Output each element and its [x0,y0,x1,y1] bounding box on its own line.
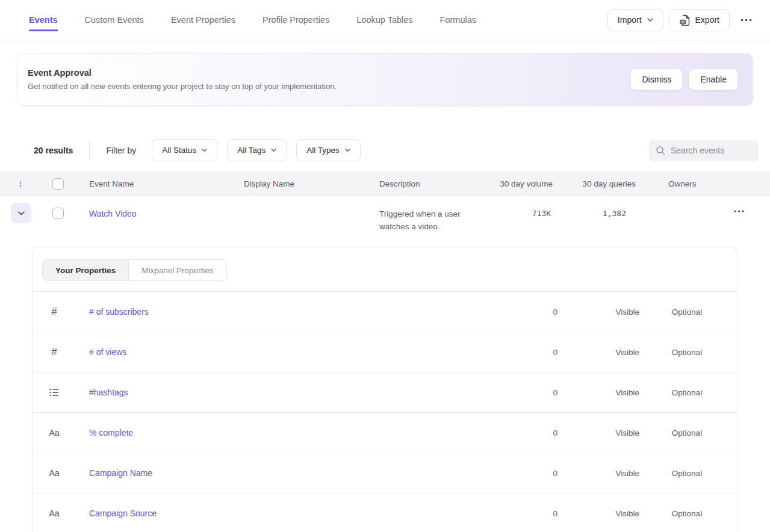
event-description: Triggered when a user watches a video. [379,208,494,233]
property-row: #hashtags 0 Visible Optional [33,373,737,413]
lexicon-tabs: Events Custom Events Event Properties Pr… [29,0,476,40]
column-owners: Owners [638,179,716,188]
property-name-link[interactable]: Campaign Name [75,468,479,478]
select-all-checkbox[interactable] [52,178,64,190]
tab-your-properties[interactable]: Your Properties [43,260,128,280]
search-box [649,140,759,161]
import-button[interactable]: Import [607,9,663,31]
property-row: # # of views 0 Visible Optional [33,332,737,373]
property-queries: 0 [479,388,557,397]
tags-filter-label: All Tags [237,146,265,155]
event-approval-banner: Event Approval Get notified on all new e… [17,53,753,106]
ellipsis-icon [734,210,744,212]
search-input[interactable] [671,146,752,155]
types-filter-label: All Types [306,146,340,155]
chevron-down-icon [345,149,350,152]
nav-actions: Import csv Export [607,9,757,31]
tab-profile-properties[interactable]: Profile Properties [262,0,329,40]
dismiss-button[interactable]: Dismiss [630,69,683,90]
enable-button[interactable]: Enable [689,69,738,90]
event-properties-panel: Your Properties Mixpanel Properties # # … [33,247,737,532]
chevron-down-icon [18,211,25,215]
text-icon: Aa [49,428,59,438]
property-requirement: Optional [642,509,732,518]
properties-segmented-control: Your Properties Mixpanel Properties [42,259,227,281]
property-queries: 0 [479,348,557,357]
tab-custom-events[interactable]: Custom Events [85,0,144,40]
property-queries: 0 [479,469,557,478]
number-icon: # [51,306,57,318]
text-icon: Aa [49,509,59,518]
property-name-link[interactable]: Campaign Source [75,509,479,518]
chevron-down-icon [271,149,276,152]
tab-formulas[interactable]: Formulas [440,0,476,40]
property-row: Aa Campaign Source 0 Visible Optional [33,493,737,532]
chevron-down-icon [202,149,207,152]
property-name-link[interactable]: % complete [75,428,479,438]
column-display-name: Display Name [244,179,379,188]
svg-text:csv: csv [680,20,685,23]
property-name-link[interactable]: #hashtags [75,388,479,397]
status-filter-label: All Status [162,146,196,155]
text-icon: Aa [49,468,59,478]
event-name-link[interactable]: Watch Video [75,209,244,218]
tags-filter-dropdown[interactable]: All Tags [227,139,287,161]
ellipsis-icon [741,19,752,22]
property-name-link[interactable]: # of subscribers [75,307,479,317]
property-requirement: Optional [642,348,732,357]
collapse-rows-icon[interactable]: ↓↑ [19,179,22,188]
row-more-button[interactable] [729,206,749,216]
property-requirement: Optional [642,388,732,397]
tab-lookup-tables[interactable]: Lookup Tables [356,0,412,40]
number-icon: # [51,346,57,358]
property-visibility: Visible [557,388,642,397]
property-requirement: Optional [642,428,732,438]
property-name-link[interactable]: # of views [75,347,479,357]
event-30-day-queries: 1,382 [554,209,638,218]
properties-tab-bar: Your Properties Mixpanel Properties [33,247,737,292]
banner-description: Get notified on all new events entering … [28,82,337,91]
nav-more-button[interactable] [736,15,757,25]
property-visibility: Visible [557,428,642,438]
property-queries: 0 [479,428,557,438]
csv-file-icon: csv [680,14,690,26]
top-nav: Events Custom Events Event Properties Pr… [0,0,770,40]
export-label: Export [695,15,719,25]
event-30-day-volume: 713K [494,209,554,218]
banner-actions: Dismiss Enable [630,69,738,90]
column-description: Description [379,179,494,188]
property-requirement: Optional [642,469,732,478]
property-row: Aa Campaign Name 0 Visible Optional [33,453,737,493]
property-row: Aa % complete 0 Visible Optional [33,413,737,453]
events-table-header: ↓↑ Event Name Display Name Description 3… [0,172,770,196]
banner-text: Event Approval Get notified on all new e… [28,68,337,91]
status-filter-dropdown[interactable]: All Status [152,139,217,161]
column-30-day-volume: 30 day volume [494,179,554,188]
property-visibility: Visible [557,308,642,317]
list-icon [49,388,59,397]
results-count: 20 results [34,146,73,155]
column-event-name: Event Name [75,179,244,188]
types-filter-dropdown[interactable]: All Types [296,139,361,161]
filter-bar: 20 results Filter by All Status All Tags… [34,139,759,161]
property-visibility: Visible [557,348,642,357]
property-queries: 0 [479,308,557,317]
export-button[interactable]: csv Export [669,9,730,31]
tab-event-properties[interactable]: Event Properties [171,0,235,40]
row-checkbox[interactable] [52,208,64,219]
import-label: Import [618,15,642,25]
event-row: Watch Video Triggered when a user watche… [0,196,770,247]
filter-by-label: Filter by [106,146,136,155]
search-icon [656,146,665,155]
chevron-down-icon [647,18,653,22]
property-visibility: Visible [557,469,642,478]
tab-events[interactable]: Events [29,0,58,40]
banner-title: Event Approval [28,68,337,78]
property-queries: 0 [479,509,557,518]
tab-mixpanel-properties[interactable]: Mixpanel Properties [128,260,226,280]
property-requirement: Optional [642,308,732,317]
property-visibility: Visible [557,509,642,518]
divider [89,143,90,158]
row-collapse-button[interactable] [11,203,31,223]
property-row: # # of subscribers 0 Visible Optional [33,292,737,332]
